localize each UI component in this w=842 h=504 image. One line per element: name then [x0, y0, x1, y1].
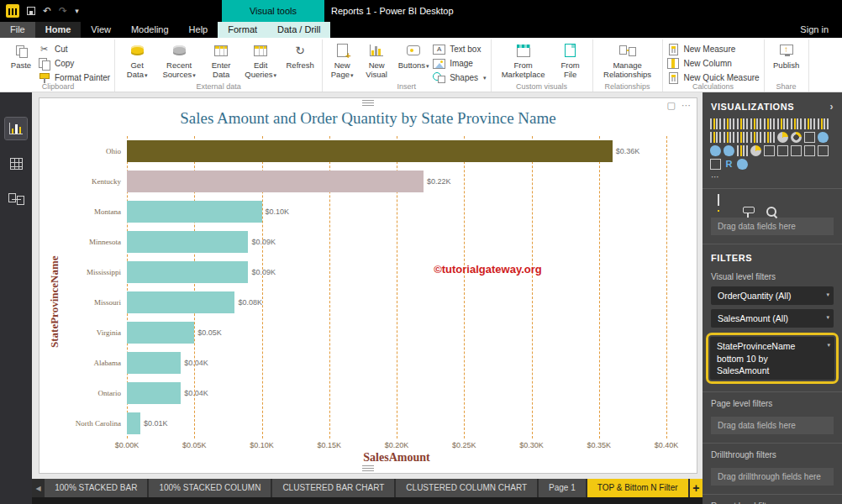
tab-home[interactable]: Home [35, 22, 82, 38]
bar-montana[interactable] [127, 201, 262, 223]
page-scroll-left-icon[interactable]: ◀ [34, 479, 43, 497]
text-box-button[interactable]: Text box [433, 44, 486, 55]
viz-icon-stacked-area-chart[interactable] [818, 118, 829, 129]
drillthrough-drop-target[interactable]: Drag drillthrough fields here [711, 468, 834, 486]
collapse-panel-icon[interactable]: › [829, 101, 834, 113]
model-view-button[interactable] [5, 188, 27, 210]
viz-icon-line-and-clustered-column-chart[interactable] [724, 132, 734, 143]
bar-north-carolina[interactable] [127, 412, 140, 434]
quick-access-dropdown-icon[interactable]: ▾ [75, 7, 79, 15]
from-file-button[interactable]: From File [553, 41, 588, 81]
page-filters-drop-target[interactable]: Drag data fields here [711, 417, 834, 434]
viz-icon-100-stacked-column-chart[interactable] [777, 118, 788, 129]
refresh-button[interactable]: ↻ Refresh [282, 41, 318, 71]
viz-icon-gauge[interactable] [750, 145, 761, 156]
bar-kentucky[interactable] [127, 171, 424, 192]
copy-button[interactable]: Copy [38, 58, 110, 69]
tab-file[interactable]: File [0, 22, 35, 38]
bar-missouri[interactable] [127, 291, 234, 313]
new-page-button[interactable]: New Page▾ [327, 41, 357, 81]
more-options-icon[interactable]: ⋯ [681, 100, 691, 111]
data-view-button[interactable] [5, 153, 27, 175]
from-marketplace-button[interactable]: From Marketplace [496, 41, 551, 81]
viz-icon-kpi[interactable] [791, 145, 802, 156]
report-view-icon [9, 123, 23, 134]
viz-icon-ribbon-chart[interactable] [737, 132, 748, 143]
filter-chip[interactable]: OrderQuantity (All)▾ [711, 286, 834, 305]
visual-drag-handle[interactable] [362, 465, 374, 471]
page-tab-100-stacked-column[interactable]: 100% STACKED COLUMN [149, 479, 271, 497]
filter-chip[interactable]: StateProvinceNamebottom 10 by SalesAmoun… [710, 337, 834, 380]
bar-virginia[interactable] [127, 322, 194, 344]
cut-button[interactable]: ✂Cut [38, 44, 110, 55]
bar-minnesota[interactable] [127, 231, 248, 253]
focus-mode-icon[interactable]: ▢ [667, 100, 676, 111]
viz-icon-card[interactable] [764, 145, 775, 156]
page-tab-clustered-bar-chart[interactable]: CLUSTERED BAR CHART [272, 479, 394, 497]
viz-icon-multi-row-card[interactable] [777, 145, 788, 156]
viz-icon-area-chart[interactable] [804, 118, 815, 129]
viz-icon-pie-chart[interactable] [777, 132, 788, 143]
new-visual-button[interactable]: New Visual [359, 41, 394, 81]
tab-format[interactable]: Format [218, 22, 267, 38]
tab-help[interactable]: Help [179, 22, 218, 38]
viz-icon-table[interactable] [818, 145, 829, 156]
chevron-down-icon[interactable]: ▾ [826, 313, 829, 321]
viz-icon-arcgis-map[interactable] [737, 159, 748, 170]
redo-icon[interactable]: ↷ [59, 5, 67, 17]
page-tab-top-bittom-n-filter[interactable]: TOP & Bittom N Filter [587, 479, 688, 497]
bar-alabama[interactable] [127, 352, 181, 374]
viz-icon-r-script-visual[interactable]: R [724, 159, 734, 170]
viz-icon-donut-chart[interactable] [791, 132, 802, 143]
viz-icon-clustered-bar-chart[interactable] [737, 118, 748, 129]
viz-icon-slicer[interactable] [804, 145, 815, 156]
viz-icon-line-chart[interactable] [791, 118, 802, 129]
publish-button[interactable]: Publish [769, 41, 804, 71]
filter-chip[interactable]: SalesAmount (All)▾ [711, 309, 834, 328]
tab-modeling[interactable]: Modeling [121, 22, 179, 38]
viz-icon-waterfall-chart[interactable] [750, 132, 761, 143]
viz-icon-stacked-column-chart[interactable] [724, 118, 734, 129]
bar-mississippi[interactable] [127, 261, 248, 283]
viz-icon-scatter-chart[interactable] [764, 132, 775, 143]
undo-icon[interactable]: ↶ [43, 5, 51, 17]
viz-icon-shape-map[interactable] [724, 145, 734, 156]
page-tab-page-1[interactable]: Page 1 [539, 479, 586, 497]
viz-icon-line-and-stacked-column-chart[interactable] [710, 132, 721, 143]
edit-queries-button[interactable]: Edit Queries▾ [240, 41, 281, 81]
bar-ontario[interactable] [127, 382, 181, 404]
manage-relationships-button[interactable]: Manage Relationships [597, 41, 658, 81]
chart-visual[interactable]: ▢ ⋯ Sales Amount and Order Quantity by S… [39, 97, 697, 474]
buttons-button[interactable]: Buttons▾ [396, 41, 431, 71]
sign-in-button[interactable]: Sign in [787, 22, 842, 38]
enter-data-button[interactable]: Enter Data [203, 41, 239, 81]
paste-button[interactable]: Paste [6, 41, 36, 71]
viz-icon-stacked-bar-chart[interactable] [710, 118, 721, 129]
visual-drag-handle[interactable] [362, 100, 374, 106]
new-page-tab-button[interactable]: + [690, 479, 703, 497]
viz-icon-filled-map[interactable] [710, 145, 721, 156]
viz-icon-map[interactable] [818, 132, 829, 143]
bar-ohio[interactable] [127, 140, 613, 162]
viz-icon-matrix[interactable] [710, 159, 721, 170]
tab-data-drill[interactable]: Data / Drill [267, 22, 330, 38]
get-data-button[interactable]: Get Data▾ [119, 41, 155, 81]
new-measure-button[interactable]: New Measure [667, 44, 760, 55]
chevron-down-icon[interactable]: ▾ [826, 291, 829, 298]
viz-icon-100-stacked-bar-chart[interactable] [764, 118, 775, 129]
chevron-down-icon[interactable]: ▾ [827, 341, 830, 349]
recent-sources-button[interactable]: Recent Sources▾ [156, 41, 202, 81]
fields-tab[interactable] [718, 195, 719, 212]
viz-icon-funnel[interactable] [737, 145, 748, 156]
image-button[interactable]: Image [433, 58, 486, 69]
tab-view[interactable]: View [81, 22, 121, 38]
save-icon[interactable] [27, 7, 35, 15]
viz-icon-treemap[interactable] [804, 132, 815, 143]
report-canvas[interactable]: ▢ ⋯ Sales Amount and Order Quantity by S… [32, 92, 703, 479]
new-column-button[interactable]: New Column [667, 58, 760, 69]
page-tab-clustered-column-chart[interactable]: CLUSTERED COLUMN CHART [396, 479, 537, 497]
drag-data-fields-target[interactable]: Drag data fields here [711, 218, 834, 235]
page-tab-100-stacked-bar[interactable]: 100% STACKED BAR [45, 479, 147, 497]
report-view-button[interactable] [5, 118, 27, 139]
viz-icon-clustered-column-chart[interactable] [750, 118, 761, 129]
